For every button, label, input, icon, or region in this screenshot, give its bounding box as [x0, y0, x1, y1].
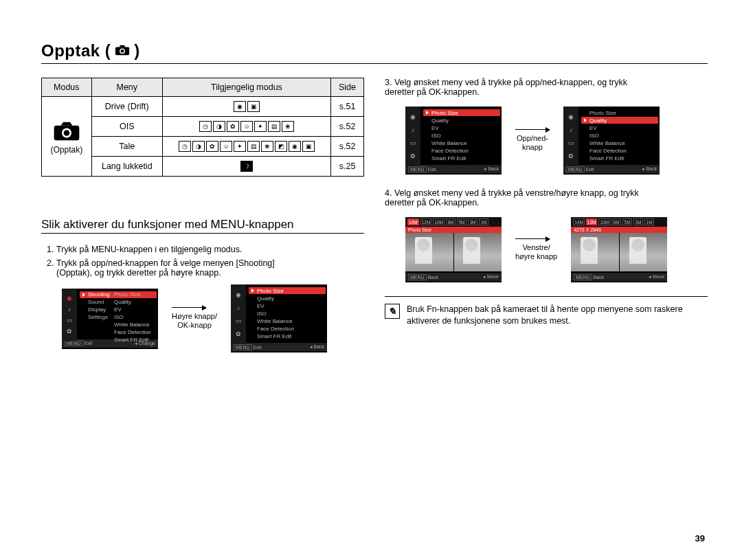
mode-table: Modus Meny Tilgjengelig modus Side (Oppt… [41, 78, 364, 177]
gear-icon: ✿ [234, 331, 243, 337]
mode-icon: ☽ [240, 161, 253, 172]
step-2: Trykk på opp/ned-knappen for å velge men… [56, 258, 364, 278]
sound-icon: ♪ [65, 306, 74, 313]
row-icons: ◷◑✿☺✦▤❀ [162, 117, 330, 137]
th-modus: Modus [42, 78, 92, 97]
mode-icon: ✦ [254, 121, 267, 132]
title-text: Opptak ( [41, 41, 111, 60]
lcd-screen: 14M 12M 10M 8M 5M 3M 1M 4272 X 2848 MENU… [571, 217, 667, 282]
svg-point-5 [63, 130, 69, 136]
gear-icon: ✿ [65, 328, 74, 335]
arrow-label: Venstre/ høyre knapp [515, 238, 557, 261]
svg-point-2 [121, 49, 124, 53]
row-side: s.52 [331, 137, 364, 157]
mode-icon: ❀ [261, 141, 273, 152]
mode-icon: ◉ [289, 141, 301, 152]
mode-icon: ▤ [268, 121, 280, 132]
row-side: s.52 [331, 117, 364, 137]
row-meny: Tale [91, 137, 162, 157]
section-heading: Slik aktiverer du funksjoner med MENU-kn… [41, 218, 364, 234]
display-icon: ▭ [234, 317, 243, 324]
sound-icon: ♪ [409, 126, 417, 133]
mode-icon: ▣ [247, 101, 260, 112]
lcd-group-left: ◉ ♪ ▭ ✿ Shooting Sound Display Settings … [62, 284, 364, 352]
mode-icon: ❀ [282, 121, 294, 132]
mode-icon: ◩ [275, 141, 287, 152]
display-icon: ▭ [567, 139, 575, 146]
step-1: Trykk på MENU-knappen i en tilgjengelig … [56, 245, 364, 254]
mode-icon: ✦ [234, 141, 246, 152]
row-meny: OIS [91, 117, 162, 137]
camera-icon [53, 121, 80, 142]
row-icons: ☽ [162, 157, 330, 177]
th-meny: Meny [91, 78, 162, 97]
row-icons: ◉ ▣ [162, 97, 330, 117]
row-icons: ◷◑✿☺✦▤❀◩ ◉▣ [162, 137, 330, 157]
lcd-group-right-2: 14M 12M 10M 8M 5M 3M 1M Photo Size MENUB… [405, 217, 708, 282]
mode-icon: ☺ [220, 141, 232, 152]
lcd-group-right-1: ◉ ♪ ▭ ✿ Photo Size Quality EV ISO White … [405, 107, 708, 175]
mode-icon: ◑ [213, 121, 225, 132]
arrow-right-icon [515, 129, 550, 130]
camera-icon: ◉ [409, 113, 417, 120]
mode-icon: ✿ [227, 121, 239, 132]
mode-icon: ◷ [199, 121, 212, 132]
sound-icon: ♪ [567, 126, 575, 133]
mode-icon: ◑ [192, 141, 205, 152]
mode-icon: ◉ [234, 101, 246, 112]
mode-cell: (Opptak) [42, 97, 92, 177]
arrow-label: Høyre knapp/ OK-knapp [172, 307, 217, 330]
row-meny: Drive (Drift) [91, 97, 162, 117]
arrow-right-icon [172, 307, 206, 308]
mode-icon: ▣ [302, 141, 315, 152]
lcd-screen: 14M 12M 10M 8M 5M 3M 1M Photo Size MENUB… [405, 217, 502, 282]
lcd-screen: ◉ ♪ ▭ ✿ Photo Size Quality EV ISO White … [563, 107, 660, 175]
th-tilgjengelig: Tilgjengelig modus [162, 78, 330, 97]
row-side: s.51 [331, 97, 364, 117]
steps-left: Trykk på MENU-knappen i en tilgjengelig … [41, 245, 364, 278]
steps-right-3: Velg ønsket meny ved å trykke på opp/ned… [385, 78, 708, 97]
gear-icon: ✿ [567, 153, 575, 159]
display-icon: ▭ [409, 139, 417, 146]
lcd-screen: ◉ ♪ ▭ ✿ Photo Size Quality EV ISO White … [405, 107, 502, 175]
row-side: s.25 [331, 157, 364, 177]
row-meny: Lang lukketid [91, 157, 162, 177]
th-side: Side [331, 78, 364, 97]
mode-icon: ▤ [247, 141, 260, 152]
mode-icon: ✿ [206, 141, 218, 152]
mode-icon: ☺ [240, 121, 253, 132]
lcd-screen: ◉ ♪ ▭ ✿ Photo Size Quality EV ISO White … [231, 284, 327, 352]
display-icon: ▭ [65, 317, 74, 324]
lcd-screen: ◉ ♪ ▭ ✿ Shooting Sound Display Settings … [62, 289, 158, 349]
note-text: Bruk Fn-knappen bak på kameraet til å he… [407, 304, 708, 327]
note-icon: ✎ [385, 304, 400, 319]
camera-icon: ◉ [234, 291, 243, 298]
steps-right-4: Velg ønsket meny ved å trykke på venstre… [385, 188, 708, 208]
arrow-label: Opp/ned- knapp [515, 129, 550, 152]
title-close: ) [134, 41, 140, 60]
camera-icon [115, 41, 130, 60]
camera-icon: ◉ [65, 295, 74, 302]
mode-icon: ◷ [179, 141, 191, 152]
note: ✎ Bruk Fn-knappen bak på kameraet til å … [385, 296, 708, 327]
page-title: Opptak ( ) [41, 41, 708, 64]
gear-icon: ✿ [409, 153, 417, 159]
camera-icon: ◉ [567, 113, 575, 120]
page-number: 39 [695, 533, 705, 544]
sound-icon: ♪ [234, 304, 243, 311]
mode-label: (Opptak) [47, 145, 86, 155]
arrow-right-icon [515, 238, 550, 239]
